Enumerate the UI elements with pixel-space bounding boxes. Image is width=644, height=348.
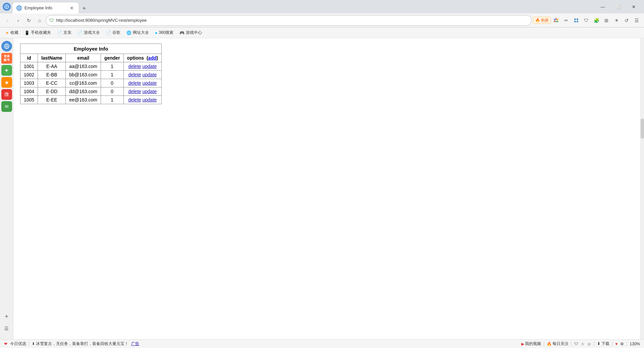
svg-rect-9 [574, 21, 576, 22]
sidebar-weibo-btn[interactable]: 微 [1, 89, 12, 100]
bookmarks-bar: ★ 收藏 📱 手机收藏夹 📄 京东 📄 游戏大全 📄 谷歌 🌐 网址大全 ● 3… [0, 27, 644, 38]
bookmark-mobile[interactable]: 📱 手机收藏夹 [22, 29, 54, 37]
bookmark-game-center[interactable]: 🎮 游戏中心 [177, 29, 205, 37]
sidebar-star-btn[interactable]: ★ [1, 77, 12, 88]
nav-bar: ‹ › ↻ ⌂ 🛡 🔥 热搜 ✂ 🛡 🧩 ⊞ ☀ ↺ ☰ [0, 13, 644, 27]
cell-email: cc@163.com [66, 79, 101, 87]
delete-link[interactable]: delete [128, 89, 141, 94]
update-link[interactable]: update [142, 72, 157, 77]
cell-id: 1003 [20, 79, 38, 87]
close-button[interactable]: ✕ [626, 1, 641, 12]
status-ad-link[interactable]: 广告 [131, 341, 139, 347]
game-icon: 🎮 [179, 30, 184, 35]
tab-close-button[interactable]: ✕ [69, 5, 75, 11]
table-row: 1004E-DDdd@163.com0delete update [20, 87, 162, 96]
bookmark-label: 谷歌 [112, 30, 120, 36]
scissors-icon[interactable]: ✂ [561, 16, 571, 25]
bookmark-jd[interactable]: 📄 京东 [54, 29, 74, 37]
col-id: id [20, 54, 38, 62]
col-lastName: lastName [38, 54, 66, 62]
bookmark-360[interactable]: ● 360搜索 [152, 29, 176, 37]
bookmark-urls[interactable]: 🌐 网址大全 [124, 29, 152, 37]
cell-lastName: E-CC [38, 79, 66, 87]
bookmark-favorites[interactable]: ★ 收藏 [3, 29, 21, 37]
sidebar-add-btn[interactable]: + [1, 311, 12, 322]
cell-email: ee@163.com [66, 96, 101, 104]
sidebar: 登录账号 + ★ 微 ✉ + ☰ [0, 38, 13, 339]
bookmark-label: 收藏 [10, 30, 18, 36]
nav-actions: 🔥 热搜 ✂ 🛡 🧩 ⊞ ☀ ↺ ☰ [533, 16, 641, 25]
sidebar-account[interactable]: 登录账号 [1, 53, 12, 64]
chrome-icon[interactable] [551, 16, 561, 25]
status-heart2: ♥ [615, 342, 618, 346]
cell-id: 1002 [20, 71, 38, 79]
grid-icon[interactable]: ⊞ [602, 16, 611, 25]
cell-gender: 0 [101, 79, 123, 87]
forward-button[interactable]: › [13, 16, 23, 25]
sidebar-menu-btn[interactable]: ☰ [1, 323, 12, 334]
extension2-icon[interactable]: 🧩 [592, 16, 601, 25]
back-button[interactable]: ‹ [3, 16, 12, 25]
update-link[interactable]: update [142, 89, 157, 94]
doc-icon3: 📄 [106, 30, 111, 35]
address-bar-container[interactable]: 🛡 [46, 15, 532, 26]
update-link[interactable]: update [142, 64, 157, 69]
cell-options: delete update [123, 79, 162, 87]
bookmark-games[interactable]: 📄 游戏大全 [75, 29, 103, 37]
add-link[interactable]: add [148, 55, 157, 61]
status-divider [29, 342, 29, 346]
cell-lastName: E-AA [38, 62, 66, 71]
menu-button[interactable]: ☰ [632, 16, 641, 25]
status-daily[interactable]: 🔥 每日关注 [547, 341, 569, 347]
status-settings: ⚙ [620, 342, 624, 346]
new-tab-button[interactable]: + [79, 3, 89, 13]
maximize-button[interactable]: ⬜ [610, 1, 626, 12]
status-smiley: ☺ [587, 342, 591, 346]
status-left: ❤ 今日优选 ⬇ 冰雪复古，无任务，装备靠打，装备回收大量元宝！ 广告 [4, 341, 139, 347]
cell-options: delete update [123, 87, 162, 96]
cell-id: 1005 [20, 96, 38, 104]
delete-link[interactable]: delete [128, 72, 141, 77]
hot-search-button[interactable]: 🔥 热搜 [533, 17, 551, 24]
title-bar: Employee Info ✕ + — ⬜ ✕ [0, 0, 644, 13]
window-controls: — ⬜ ✕ [595, 1, 641, 12]
browser-body: 登录账号 + ★ 微 ✉ + ☰ Employee Info id [0, 38, 644, 339]
cell-gender: 1 [101, 96, 123, 104]
cell-options: delete update [123, 62, 162, 71]
scrollbar-thumb[interactable] [641, 119, 644, 139]
delete-link[interactable]: delete [128, 80, 141, 86]
cell-email: bb@163.com [66, 71, 101, 79]
delete-link[interactable]: delete [128, 97, 141, 102]
undo-icon[interactable]: ↺ [622, 16, 631, 25]
minimize-button[interactable]: — [595, 1, 610, 12]
address-input[interactable] [56, 18, 528, 23]
extension1-icon[interactable] [572, 16, 581, 25]
table-row: 1003E-CCcc@163.com0delete update [20, 79, 162, 87]
cell-gender: 1 [101, 62, 123, 71]
col-options: options (add) [123, 54, 162, 62]
update-link[interactable]: update [142, 97, 157, 102]
tab-favicon [16, 5, 22, 11]
sidebar-plus-btn[interactable]: + [1, 65, 12, 76]
cell-options: delete update [123, 71, 162, 79]
star-icon: ★ [5, 30, 9, 35]
status-download[interactable]: ⬇ 下载 [597, 341, 609, 347]
bookmark-google[interactable]: 📄 谷歌 [103, 29, 123, 37]
sidebar-email-btn[interactable]: ✉ [1, 101, 12, 112]
zoom-level: 130% [630, 342, 640, 346]
shield2-icon[interactable]: 🛡 [582, 16, 591, 25]
brightness-icon[interactable]: ☀ [612, 16, 621, 25]
cell-email: aa@163.com [66, 62, 101, 71]
table-row: 1005E-EEee@163.com1delete update [20, 96, 162, 104]
sidebar-globe[interactable] [1, 41, 12, 52]
home-button[interactable]: ⌂ [35, 16, 44, 25]
delete-link[interactable]: delete [128, 64, 141, 69]
status-video[interactable]: ▶ 我的视频 [521, 341, 541, 347]
update-link[interactable]: update [142, 80, 157, 86]
cell-id: 1001 [20, 62, 38, 71]
tab-bar: Employee Info ✕ + [12, 0, 594, 13]
reload-button[interactable]: ↻ [24, 16, 34, 25]
active-tab[interactable]: Employee Info ✕ [12, 2, 79, 13]
browser-window: Employee Info ✕ + — ⬜ ✕ ‹ › ↻ ⌂ 🛡 🔥 热搜 ✂ [0, 0, 644, 348]
col-gender: gender [101, 54, 123, 62]
